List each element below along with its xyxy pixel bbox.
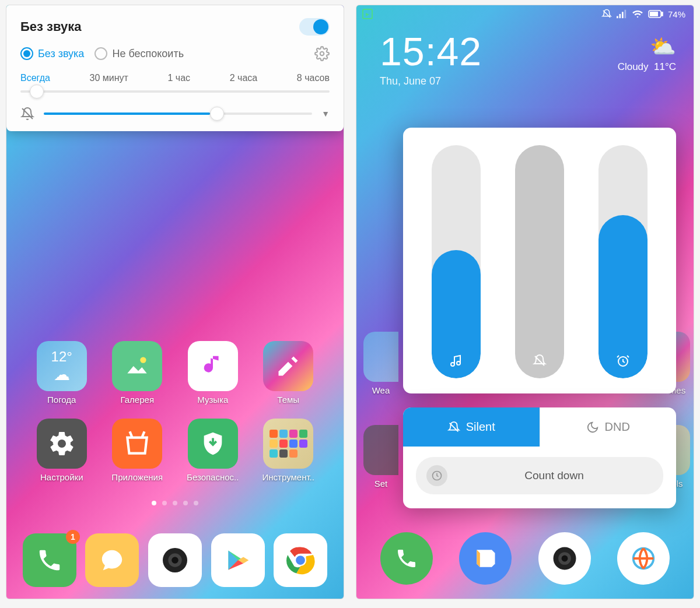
radio-silent[interactable]: Без звука [20,47,84,60]
svg-rect-10 [617,16,618,19]
alarm-clock-icon [616,354,630,368]
page-dot[interactable] [194,501,198,505]
duration-option[interactable]: 8 часов [297,73,330,83]
app-label: Безопаснос.. [187,472,239,482]
app-security[interactable]: Безопаснос.. [175,419,251,482]
folder-icon [263,419,313,469]
svg-rect-16 [650,12,658,16]
app-tools-folder[interactable]: Инструмент.. [251,419,327,482]
status-app-icon: ▸ [362,9,373,19]
mode-label: Silent [466,420,495,434]
page-dot[interactable] [162,501,167,505]
app-music[interactable]: Музыка [175,341,251,405]
alarm-volume-slider[interactable] [598,145,648,378]
app-store[interactable]: Приложения [100,419,176,482]
dock-messages[interactable] [459,532,512,585]
clock-widget[interactable]: 15:42 Thu, June 07 [380,29,482,87]
gear-icon[interactable] [314,46,330,61]
duration-options: Всегда 30 минут 1 час 2 часа 8 часов [20,73,330,83]
app-gallery[interactable]: Галерея [100,341,176,405]
volume-slider[interactable] [44,113,312,115]
dock-messages[interactable] [85,533,139,587]
home-apps-grid: 12° ☁ Погода Галерея Музыка Темы [6,341,344,482]
svg-rect-12 [622,12,624,18]
dock-browser[interactable] [617,532,670,585]
svg-rect-11 [619,14,621,18]
battery-pct: 74% [668,9,685,19]
duration-slider[interactable] [20,90,330,93]
cloud-icon: ⛅ [618,34,676,59]
svg-rect-13 [624,10,626,18]
bg-app-settings: Set [363,425,398,488]
clock-icon [426,465,447,486]
clock-date: Thu, June 07 [380,75,482,87]
mode-panel: Silent DND Count down [403,407,676,508]
gallery-icon [112,341,162,391]
svg-point-8 [295,555,306,565]
media-volume-slider[interactable] [432,145,481,378]
radio-label: Без звука [38,48,84,60]
app-label: Приложения [111,472,163,482]
sound-panel: Без звука Без звука Не беспокоить Всегда… [6,5,344,131]
phone-left: Без звука Без звука Не беспокоить Всегда… [6,5,344,599]
radio-dnd[interactable]: Не беспокоить [94,47,184,60]
duration-option[interactable]: 30 минут [90,73,128,83]
dock: 1 [6,533,344,587]
vibrate-icon [601,9,612,19]
clock-time: 15:42 [380,29,482,74]
signal-icon [617,9,627,19]
silent-toggle[interactable] [299,18,330,36]
app-label: Инструмент.. [262,472,314,482]
app-label: Погода [47,395,76,405]
page-dot[interactable] [183,501,188,505]
app-settings[interactable]: Настройки [24,419,100,482]
page-dot[interactable] [152,501,156,505]
battery-icon [648,10,663,18]
svg-rect-15 [662,12,663,16]
svg-point-2 [140,357,146,363]
page-dot[interactable] [173,501,177,505]
app-themes[interactable]: Темы [251,341,327,405]
settings-icon [37,419,87,469]
radio-icon [20,47,33,60]
page-indicator [6,501,344,505]
dock-chrome[interactable] [274,533,327,587]
dock-camera[interactable] [148,533,202,587]
countdown-button[interactable]: Count down [416,457,663,494]
notification-badge: 1 [66,530,80,544]
slider-thumb[interactable] [30,85,44,99]
svg-point-0 [320,52,324,56]
app-weather[interactable]: 12° ☁ Погода [24,341,100,405]
dock-phone[interactable]: 1 [23,533,76,587]
music-icon [188,341,238,391]
duration-option[interactable]: 2 часа [230,73,257,83]
weather-widget[interactable]: ⛅ Cloudy 11°C [618,34,676,73]
app-label: Настройки [40,472,83,482]
app-label: Галерея [120,395,154,405]
duration-option[interactable]: Всегда [20,73,50,83]
ring-volume-slider[interactable] [515,145,564,378]
dock-camera[interactable] [538,532,591,585]
status-bar: 74% [601,9,685,19]
chevron-down-icon[interactable]: ▼ [321,109,330,118]
music-note-icon [449,354,463,368]
weather-temp: 11°C [654,61,676,72]
weather-icon: 12° ☁ [37,341,87,391]
volume-panel [403,128,676,393]
shield-icon [188,419,238,469]
duration-option[interactable]: 1 час [168,73,191,83]
slider-thumb[interactable] [210,107,224,121]
silent-mode-button[interactable]: Silent [403,407,540,447]
sound-panel-title: Без звука [20,19,82,34]
themes-icon [263,341,313,391]
svg-point-25 [561,556,568,562]
dnd-mode-button[interactable]: DND [540,407,677,447]
dock-phone[interactable] [380,532,433,585]
bell-mute-icon [533,354,547,368]
dock-playstore[interactable] [211,533,265,587]
app-label: Темы [277,395,299,405]
phone-right: ▸ 74% 15:42 Thu, June 07 ⛅ Cloudy 11°C W… [356,5,694,599]
mode-label: DND [605,420,630,434]
radio-label: Не беспокоить [112,48,184,60]
app-label: Музыка [197,395,228,405]
